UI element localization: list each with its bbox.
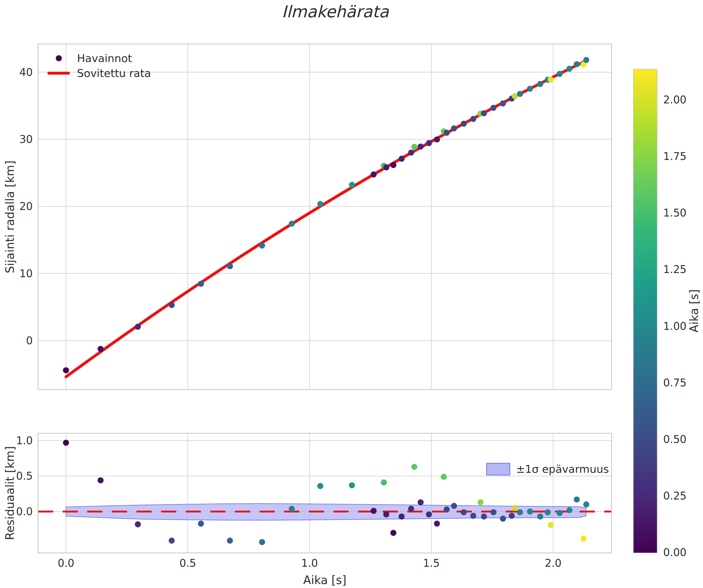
residual-point — [512, 505, 518, 511]
colorbar-label: Aika [s] — [687, 289, 701, 332]
observation-point — [135, 324, 141, 330]
x-axis-label: Aika [s] — [38, 573, 612, 587]
colorbar-tick-label: 1.00 — [663, 320, 687, 332]
colorbar-tick-label: 1.50 — [663, 207, 687, 219]
legend-label-observations: Havainnot — [77, 52, 132, 65]
observation-point — [408, 150, 414, 156]
observation-point — [426, 140, 432, 146]
main-y-tick-label: 20 — [19, 200, 33, 212]
fit-line-icon — [48, 72, 70, 75]
axes-spines — [38, 433, 612, 553]
observation-point — [317, 201, 323, 207]
residual-point — [527, 508, 533, 514]
residual-point — [490, 509, 496, 515]
residual-point — [317, 483, 323, 489]
observation-point — [574, 61, 580, 67]
observation-point — [411, 144, 417, 150]
residual-point — [548, 522, 554, 528]
observation-point — [451, 125, 457, 132]
colorbar-tick-label: 0.75 — [663, 377, 687, 389]
scatter-dot-icon — [56, 55, 62, 61]
observation-point — [481, 110, 487, 116]
residual-point — [509, 513, 515, 519]
fitted-trajectory-line — [66, 61, 586, 377]
residual-point — [417, 499, 423, 505]
colorbar-label-wrap: Aika [s] — [686, 69, 702, 553]
residual-legend: ±1σ epävarmuus — [486, 463, 609, 476]
residual-point — [444, 506, 450, 512]
residual-point — [371, 508, 377, 514]
observation-point — [390, 162, 396, 168]
residual-point — [97, 477, 103, 483]
residual-point — [583, 501, 589, 507]
observation-point — [548, 76, 554, 82]
colorbar-tick-label: 1.75 — [663, 150, 687, 162]
observation-point — [198, 281, 204, 287]
axes-spines — [38, 44, 612, 390]
observation-point — [97, 346, 103, 352]
plots-canvas: 0102030400.00.51.00.00.51.01.52.0 — [0, 0, 703, 588]
residual-point — [500, 516, 506, 522]
residual-point — [135, 521, 141, 527]
observation-point — [583, 57, 589, 63]
residual-point — [198, 521, 204, 527]
main-y-tick-label: 10 — [19, 267, 33, 279]
main-y-tick-label: 30 — [19, 133, 33, 145]
residual-y-tick-label: 0.0 — [16, 506, 33, 518]
observation-point — [227, 263, 233, 269]
observation-point — [371, 171, 377, 177]
observation-point — [490, 105, 496, 111]
observation-point — [383, 164, 389, 170]
residual-point — [63, 440, 69, 446]
residual-point — [411, 464, 417, 470]
residual-point — [441, 474, 447, 480]
residual-y-tick-label: 0.5 — [16, 470, 33, 482]
residual-point — [545, 509, 551, 515]
x-tick-label: 1.0 — [301, 557, 318, 569]
colorbar-gradient — [633, 69, 657, 553]
residual-point — [390, 530, 396, 536]
residual-point — [461, 509, 467, 515]
residual-point — [557, 510, 563, 516]
residual-y-axis-label-wrap: Residuaalit [km] — [2, 433, 18, 553]
colorbar-tick-label: 1.25 — [663, 263, 687, 275]
observation-point — [417, 144, 423, 150]
residual-point — [434, 521, 440, 527]
x-tick-label: 0.0 — [58, 557, 74, 569]
residual-point — [574, 496, 580, 502]
observation-point — [444, 130, 450, 136]
residual-point — [477, 499, 483, 505]
legend-label-fit: Sovitettu rata — [77, 67, 151, 80]
residual-point — [537, 513, 543, 519]
residual-point — [383, 511, 389, 517]
main-y-tick-label: 40 — [19, 66, 33, 78]
observation-point — [63, 367, 69, 373]
residual-point — [349, 482, 355, 488]
colorbar-tick-label: 2.00 — [663, 94, 687, 106]
residual-point — [259, 539, 265, 545]
residual-point — [470, 513, 476, 519]
x-tick-label: 1.5 — [423, 557, 440, 569]
observation-point — [399, 156, 405, 162]
observation-point — [566, 66, 572, 72]
main-y-axis-label: Sijainti radalla [km] — [3, 161, 16, 273]
observation-point — [349, 182, 355, 188]
observation-point — [470, 116, 476, 122]
residual-y-tick-label: 1.0 — [16, 435, 33, 447]
x-tick-label: 2.0 — [545, 557, 561, 569]
main-y-axis-label-wrap: Sijainti radalla [km] — [2, 44, 18, 390]
observation-point — [259, 242, 265, 248]
main-y-tick-label: 0 — [26, 335, 33, 347]
observation-point — [527, 86, 533, 92]
residual-point — [517, 509, 523, 515]
legend-row-fit: Sovitettu rata — [46, 66, 151, 81]
legend-row-observations: Havainnot — [46, 51, 151, 66]
residual-y-axis-label: Residuaalit [km] — [3, 446, 16, 540]
observation-point — [537, 81, 543, 87]
figure: Ilmakehärata 0102030400.00.51.00.00.51.0… — [0, 0, 703, 588]
main-legend: Havainnot Sovitettu rata — [46, 51, 151, 81]
residual-point — [289, 506, 295, 512]
observation-point — [289, 221, 295, 227]
residual-point — [426, 511, 432, 517]
observation-point — [434, 137, 440, 143]
